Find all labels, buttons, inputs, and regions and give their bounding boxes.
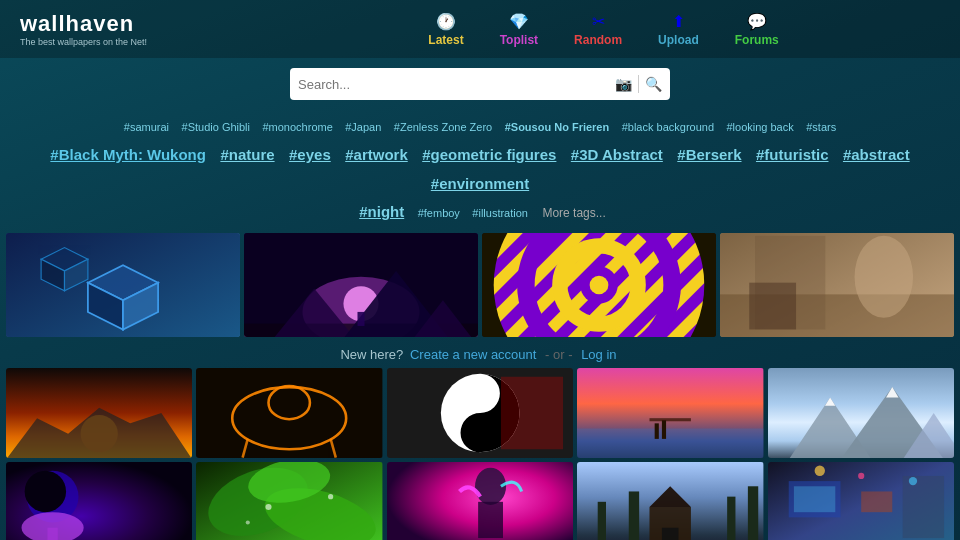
tag-monochrome[interactable]: #monochrome [262,121,332,133]
gallery-r1-img3[interactable] [387,368,573,458]
random-icon: ✂ [592,12,605,31]
svg-point-83 [908,477,916,485]
tag-illustration[interactable]: #illustration [472,207,528,219]
tag-berserk[interactable]: #Berserk [677,146,741,163]
svg-rect-70 [598,502,606,540]
tags-row-3: #night #femboy #illustration More tags..… [20,198,940,227]
svg-rect-68 [478,502,503,538]
svg-rect-46 [662,420,666,439]
tag-femboy[interactable]: #femboy [418,207,460,219]
nav-toplist[interactable]: 💎 Toplist [482,8,556,51]
camera-search-button[interactable]: 📷 [615,76,632,92]
nav-latest[interactable]: 🕐 Latest [410,8,481,51]
new-here-text: New here? [340,347,403,362]
gallery-image-4[interactable] [720,233,954,337]
tag-samurai[interactable]: #samurai [124,121,169,133]
svg-rect-81 [902,476,943,538]
toplist-icon: 💎 [509,12,529,31]
latest-icon: 🕐 [436,12,456,31]
tag-black-myth[interactable]: #Black Myth: Wukong [50,146,206,163]
svg-rect-29 [749,283,796,330]
tag-zenless[interactable]: #Zenless Zone Zero [394,121,492,133]
tag-sousou[interactable]: #Sousou No Frieren [505,121,610,133]
tag-environment[interactable]: #environment [431,175,529,192]
svg-rect-73 [748,486,758,540]
svg-point-24 [590,276,609,295]
logo-title: wallhaven [20,11,147,37]
tag-black-bg[interactable]: #black background [622,121,714,133]
svg-rect-47 [650,418,691,421]
tag-futuristic[interactable]: #futuristic [756,146,829,163]
tag-japan[interactable]: #Japan [345,121,381,133]
svg-point-82 [814,466,824,476]
gallery-r2-img4[interactable] [577,462,763,540]
tags-row-2: #Black Myth: Wukong #nature #eyes #artwo… [20,141,940,199]
gallery-top-row [0,233,960,337]
svg-rect-45 [655,424,659,440]
login-link[interactable]: Log in [581,347,616,362]
svg-rect-76 [662,528,679,540]
tag-eyes[interactable]: #eyes [289,146,331,163]
create-account-link[interactable]: Create a new account [410,347,536,362]
svg-rect-79 [794,486,835,512]
svg-rect-44 [577,429,763,458]
svg-point-63 [266,504,272,510]
nav-upload[interactable]: ⬆ Upload [640,8,717,51]
header: wallhaven The best wallpapers on the Net… [0,0,960,58]
gallery-image-1[interactable] [6,233,240,337]
svg-rect-33 [196,368,382,458]
tag-stars[interactable]: #stars [806,121,836,133]
gallery-image-3[interactable] [482,233,716,337]
search-button[interactable]: 🔍 [645,76,662,92]
svg-point-41 [473,426,487,440]
tag-abstract[interactable]: #abstract [843,146,910,163]
search-divider [638,75,639,93]
svg-rect-72 [727,497,735,540]
tag-night[interactable]: #night [359,203,404,220]
gallery-r1-img1[interactable] [6,368,192,458]
gallery-r2-img5[interactable] [768,462,954,540]
svg-point-56 [25,471,66,512]
svg-point-40 [473,386,487,400]
svg-rect-80 [861,492,892,513]
upload-icon: ⬆ [672,12,685,31]
nav-upload-label: Upload [658,33,699,47]
gallery-r2-img3[interactable] [387,462,573,540]
nav-random[interactable]: ✂ Random [556,8,640,51]
tag-nature[interactable]: #nature [220,146,274,163]
or-separator: - or - [545,347,572,362]
svg-point-84 [858,473,864,479]
tag-artwork[interactable]: #artwork [345,146,408,163]
tag-looking-back[interactable]: #looking back [726,121,793,133]
tags-area: #samurai #Studio Ghibli #monochrome #Jap… [0,108,960,233]
gallery-row-2 [0,462,960,540]
logo-subtitle: The best wallpapers on the Net! [20,37,147,47]
svg-rect-42 [501,377,563,449]
logo-area: wallhaven The best wallpapers on the Net… [20,11,147,47]
svg-rect-14 [357,312,364,326]
gallery-r2-img1[interactable] [6,462,192,540]
svg-point-64 [328,494,333,499]
gallery-r1-img4[interactable] [577,368,763,458]
tags-row-1: #samurai #Studio Ghibli #monochrome #Jap… [20,112,940,141]
nav-random-label: Random [574,33,622,47]
new-here-banner: New here? Create a new account - or - Lo… [0,341,960,368]
forums-icon: 💬 [747,12,767,31]
gallery-r1-img5[interactable] [768,368,954,458]
gallery-row-1 [0,368,960,458]
search-input[interactable] [298,77,615,92]
nav-latest-label: Latest [428,33,463,47]
search-area: 📷 🔍 [0,58,960,108]
nav-forums-label: Forums [735,33,779,47]
svg-point-65 [246,521,250,525]
tag-studio-ghibli[interactable]: #Studio Ghibli [182,121,251,133]
tag-3d-abstract[interactable]: #3D Abstract [571,146,663,163]
nav-forums[interactable]: 💬 Forums [717,8,797,51]
svg-rect-71 [629,492,639,540]
more-tags-link[interactable]: More tags... [542,206,605,220]
gallery-r1-img2[interactable] [196,368,382,458]
gallery-r2-img2[interactable] [196,462,382,540]
nav-bar: 🕐 Latest 💎 Toplist ✂ Random ⬆ Upload 💬 F… [267,8,940,51]
gallery-image-2[interactable] [244,233,478,337]
tag-geometric[interactable]: #geometric figures [422,146,556,163]
